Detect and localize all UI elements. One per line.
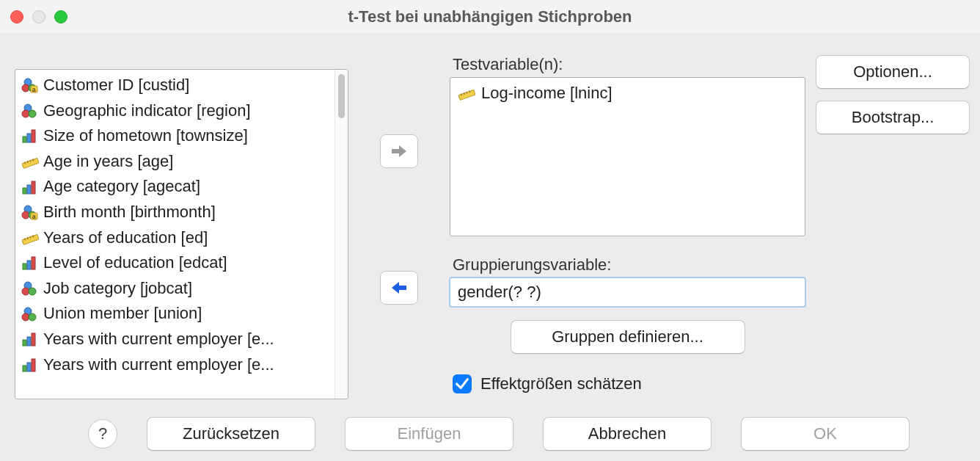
variable-item-label: Birth month [birthmonth] [43,202,216,223]
variable-item-label: Size of hometown [townsize] [43,126,248,147]
cancel-button[interactable]: Abbrechen [543,417,712,451]
variable-item-label: Years with current employer [e... [43,329,274,350]
ordinal-icon [21,255,39,271]
nominal-icon [21,204,39,220]
variable-item-label: Age category [agecat] [43,176,200,197]
nominal-icon [21,280,39,297]
variable-item[interactable]: Years with current employer [e... [15,327,334,352]
ordinal-icon [21,179,39,195]
test-variable-label: Log-income [lninc] [481,84,612,103]
arrow-right-icon [389,142,409,160]
grouping-variable-value: gender(? ?) [458,283,541,301]
variable-item-label: Union member [union] [43,303,202,324]
variable-item[interactable]: Age category [agecat] [15,174,334,200]
estimate-effect-sizes-row[interactable]: Effektgrößen schätzen [453,374,970,393]
paste-button[interactable]: Einfügen [345,417,513,451]
define-groups-button[interactable]: Gruppen definieren... [511,320,745,354]
variable-item[interactable]: Age in years [age] [15,149,334,175]
move-to-test-variables-button[interactable] [380,134,418,168]
test-variable-item[interactable]: Log-income [lninc] [450,81,805,106]
variable-item-label: Geographic indicator [region] [43,101,251,122]
nominal-icon [21,306,39,322]
variable-item[interactable]: Years with current employer [e... [15,352,334,378]
test-variables-list[interactable]: Log-income [lninc] [450,77,805,236]
variable-item-label: Years of education [ed] [43,228,208,249]
variable-item[interactable]: Customer ID [custid] [15,73,334,98]
variable-item-label: Level of education [edcat] [43,253,227,274]
variable-list[interactable]: Customer ID [custid]Geographic indicator… [15,69,348,399]
variable-item[interactable]: Geographic indicator [region] [15,98,334,124]
variable-item-label: Years with current employer [e... [43,355,274,376]
minimize-window-button[interactable] [32,10,45,23]
grouping-variable-input[interactable]: gender(? ?) [450,277,805,307]
check-icon [454,376,470,392]
titlebar: t-Test bei unabhängigen Stichproben [0,0,980,33]
variable-item-label: Job category [jobcat] [43,278,192,300]
scrollbar-thumb[interactable] [338,74,345,118]
variable-item-label: Age in years [age] [43,151,173,173]
estimate-effect-sizes-label: Effektgrößen schätzen [480,374,642,393]
arrow-left-icon [389,279,409,297]
zoom-window-button[interactable] [54,10,67,23]
scale-icon [21,230,39,246]
variable-item[interactable]: Union member [union] [15,301,334,327]
nominal-icon [21,103,39,119]
help-button[interactable]: ? [88,419,117,449]
grouping-variable-label: Gruppierungsvariable: [453,255,970,275]
ordinal-icon [21,128,39,144]
scale-icon [21,153,39,170]
variable-item[interactable]: Job category [jobcat] [15,276,334,302]
ordinal-icon [21,357,39,373]
ordinal-icon [21,331,39,347]
help-icon: ? [98,424,107,443]
variable-item-label: Customer ID [custid] [43,75,189,96]
move-to-source-button[interactable] [380,271,418,305]
estimate-effect-sizes-checkbox[interactable] [453,374,472,393]
close-window-button[interactable] [10,10,23,23]
window-title: t-Test bei unabhängigen Stichproben [0,7,980,26]
options-button[interactable]: Optionen... [816,55,970,89]
ok-button[interactable]: OK [741,417,910,451]
scrollbar[interactable] [334,70,348,399]
variable-item[interactable]: Size of hometown [townsize] [15,123,334,149]
bootstrap-button[interactable]: Bootstrap... [816,101,970,134]
nominal-icon [21,77,39,93]
variable-item[interactable]: Birth month [birthmonth] [15,200,334,225]
variable-item[interactable]: Level of education [edcat] [15,250,334,276]
window-controls [10,10,67,23]
scale-icon [458,85,475,101]
reset-button[interactable]: Zurücksetzen [147,417,315,451]
variable-item[interactable]: Years of education [ed] [15,225,334,251]
